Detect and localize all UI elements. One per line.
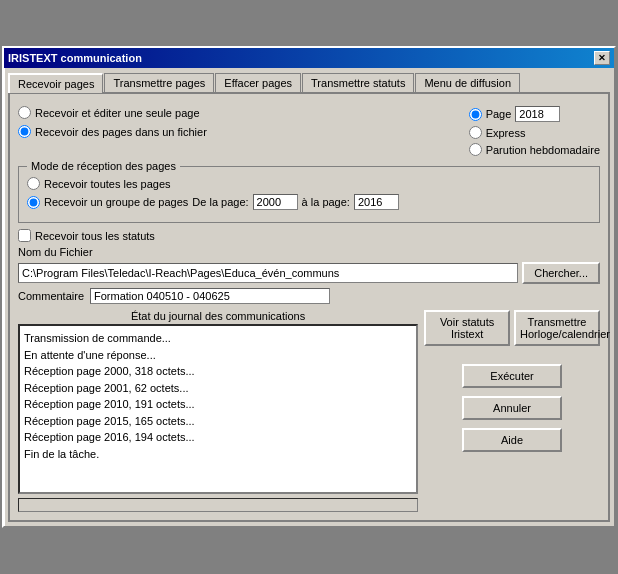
title-bar-buttons: ✕ [594, 51, 610, 65]
group-pages-label: Recevoir un groupe de pages [44, 196, 188, 208]
title-bar: IRISTEXT communication ✕ [4, 48, 614, 68]
window-title: IRISTEXT communication [8, 52, 142, 64]
option2-row: Recevoir des pages dans un fichier [18, 125, 207, 138]
journal-frame: Transmission de commande... En attente d… [18, 324, 418, 494]
tab-effacer-pages[interactable]: Effacer pages [215, 73, 301, 93]
journal-line-5: Réception page 2010, 191 octets... [24, 396, 412, 413]
page-radio[interactable] [469, 108, 482, 121]
executer-button[interactable]: Exécuter [462, 364, 562, 388]
all-pages-radio[interactable] [27, 177, 40, 190]
journal-line-2: En attente d'une réponse... [24, 347, 412, 364]
fichier-label-row: Nom du Fichier [18, 246, 600, 258]
option2-label: Recevoir des pages dans un fichier [35, 126, 207, 138]
option1-row: Recevoir et éditer une seule page [18, 106, 207, 119]
tab-bar: Recevoir pages Transmettre pages Effacer… [8, 72, 610, 92]
mode-reception-groupbox: Mode de réception des pages Recevoir tou… [18, 166, 600, 223]
tab-menu-diffusion[interactable]: Menu de diffusion [415, 73, 520, 93]
group-pages-radio[interactable] [27, 196, 40, 209]
option2-radio[interactable] [18, 125, 31, 138]
tab-recevoir-pages[interactable]: Recevoir pages [8, 73, 103, 93]
chercher-button[interactable]: Chercher... [522, 262, 600, 284]
journal-line-7: Réception page 2016, 194 octets... [24, 429, 412, 446]
journal-line-1: Transmission de commande... [24, 330, 412, 347]
tab-transmettre-pages[interactable]: Transmettre pages [104, 73, 214, 93]
main-window: IRISTEXT communication ✕ Recevoir pages … [2, 46, 616, 528]
parution-radio[interactable] [469, 143, 482, 156]
bottom-section: État du journal des communications Trans… [18, 310, 600, 512]
statuts-row: Recevoir tous les statuts [18, 229, 600, 242]
groupbox-title: Mode de réception des pages [27, 160, 180, 172]
fichier-input[interactable]: C:\Program Files\Teledac\I-Reach\Pages\E… [18, 263, 518, 283]
journal-box: État du journal des communications Trans… [18, 310, 418, 512]
parution-row: Parution hebdomadaire [469, 143, 600, 156]
group-pages-row: Recevoir un groupe de pages De la page: … [27, 194, 591, 210]
annuler-button[interactable]: Annuler [462, 396, 562, 420]
window-content: Recevoir pages Transmettre pages Effacer… [4, 68, 614, 526]
journal-line-6: Réception page 2015, 165 octets... [24, 413, 412, 430]
statuts-checkbox[interactable] [18, 229, 31, 242]
page-label: Page [486, 108, 512, 120]
express-radio[interactable] [469, 126, 482, 139]
to-input[interactable]: 2016 [354, 194, 399, 210]
page-row: Page 2018 [469, 106, 600, 122]
from-input[interactable]: 2000 [253, 194, 298, 210]
tab-content: Recevoir et éditer une seule page Recevo… [8, 92, 610, 522]
journal-line-4: Réception page 2001, 62 octets... [24, 380, 412, 397]
voir-statuts-button[interactable]: Voir statuts Iristext [424, 310, 510, 346]
tab-transmettre-statuts[interactable]: Transmettre statuts [302, 73, 414, 93]
express-row: Express [469, 126, 600, 139]
parution-label: Parution hebdomadaire [486, 144, 600, 156]
right-panel: Voir statuts Iristext Transmettre Horlog… [424, 310, 600, 512]
commentaire-label: Commentaire [18, 290, 84, 302]
aide-button[interactable]: Aide [462, 428, 562, 452]
commentaire-row: Commentaire Formation 040510 - 040625 [18, 288, 600, 304]
top-buttons-row: Voir statuts Iristext Transmettre Horlog… [424, 310, 600, 346]
journal-line-3: Réception page 2000, 318 octets... [24, 363, 412, 380]
fichier-label: Nom du Fichier [18, 246, 93, 258]
statuts-label: Recevoir tous les statuts [35, 230, 155, 242]
journal-text: Transmission de commande... En attente d… [24, 330, 412, 462]
commentaire-input[interactable]: Formation 040510 - 040625 [90, 288, 330, 304]
fichier-row: C:\Program Files\Teledac\I-Reach\Pages\E… [18, 262, 600, 284]
close-button[interactable]: ✕ [594, 51, 610, 65]
journal-title: État du journal des communications [131, 310, 305, 322]
transmettre-horloge-button[interactable]: Transmettre Horloge/calendrier [514, 310, 600, 346]
all-pages-label: Recevoir toutes les pages [44, 178, 171, 190]
express-label: Express [486, 127, 526, 139]
to-label: à la page: [302, 196, 350, 208]
from-label: De la page: [192, 196, 248, 208]
journal-line-8: Fin de la tâche. [24, 446, 412, 463]
option1-label: Recevoir et éditer une seule page [35, 107, 200, 119]
journal-progress-bar [18, 498, 418, 512]
page-input[interactable]: 2018 [515, 106, 560, 122]
option1-radio[interactable] [18, 106, 31, 119]
all-pages-row: Recevoir toutes les pages [27, 177, 591, 190]
